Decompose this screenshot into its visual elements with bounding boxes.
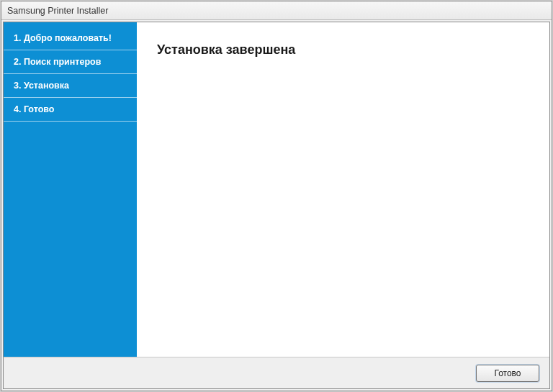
sidebar-item-welcome: 1. Добро пожаловать! <box>4 27 137 50</box>
sidebar-item-done: 4. Готово <box>4 98 137 122</box>
window-body: 1. Добро пожаловать! 2. Поиск принтеров … <box>3 22 550 389</box>
sidebar-item-install: 3. Установка <box>4 74 137 98</box>
done-button[interactable]: Готово <box>476 365 539 382</box>
content-area: Установка завершена <box>137 22 549 357</box>
installer-window: Samsung Printer Installer 1. Добро пожал… <box>1 1 552 391</box>
sidebar-item-label: 1. Добро пожаловать! <box>14 33 112 43</box>
sidebar: 1. Добро пожаловать! 2. Поиск принтеров … <box>4 22 137 357</box>
footer: Готово <box>4 357 549 388</box>
window-title: Samsung Printer Installer <box>7 6 108 16</box>
sidebar-item-search-printers: 2. Поиск принтеров <box>4 50 137 74</box>
sidebar-item-label: 4. Готово <box>14 104 54 114</box>
sidebar-item-label: 3. Установка <box>14 81 69 91</box>
sidebar-item-label: 2. Поиск принтеров <box>14 57 101 67</box>
page-title: Установка завершена <box>157 42 529 58</box>
middle-area: 1. Добро пожаловать! 2. Поиск принтеров … <box>4 22 549 357</box>
titlebar[interactable]: Samsung Printer Installer <box>1 1 552 20</box>
